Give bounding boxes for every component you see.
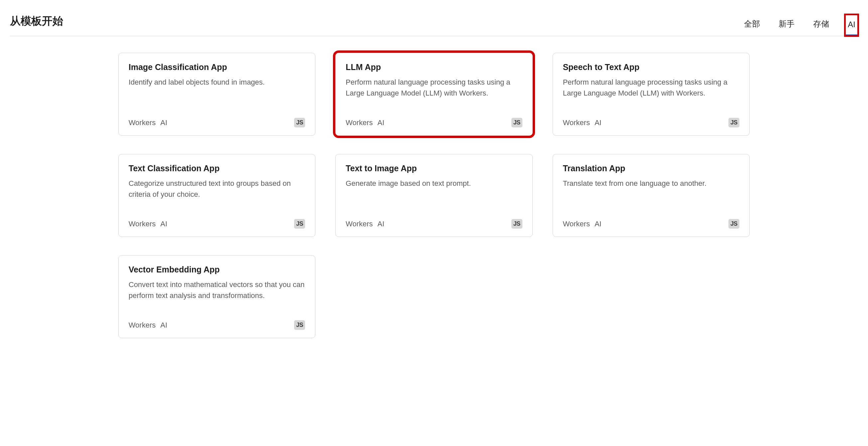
js-badge-icon: JS [512,118,522,128]
card-footer: Workers AI JS [129,320,305,330]
tab-storage[interactable]: 存储 [810,13,832,36]
tag-workers: Workers [129,321,156,330]
js-badge-icon: JS [294,219,305,229]
js-badge-icon: JS [728,219,739,229]
tag-ai: AI [377,220,384,228]
card-footer: Workers AI JS [129,219,305,229]
page-title: 从模板开始 [10,14,63,35]
page-header: 从模板开始 全部 新手 存储 AI [10,13,858,36]
card-tags: Workers AI [129,321,167,330]
tag-workers: Workers [346,118,373,127]
tag-ai: AI [160,321,167,330]
card-title: Vector Embedding App [129,265,305,274]
card-tags: Workers AI [346,220,384,228]
card-description: Perform natural language processing task… [346,77,522,111]
template-card-speech-to-text[interactable]: Speech to Text App Perform natural langu… [553,53,750,136]
card-description: Convert text into mathematical vectors s… [129,279,305,314]
template-card-text-classification[interactable]: Text Classification App Categorize unstr… [118,154,315,237]
card-footer: Workers AI JS [563,219,739,229]
card-title: Image Classification App [129,62,305,72]
card-title: Text to Image App [346,164,522,173]
card-title: Translation App [563,164,739,173]
tag-workers: Workers [346,220,373,228]
template-card-vector-embedding[interactable]: Vector Embedding App Convert text into m… [118,255,315,338]
tag-ai: AI [594,220,601,228]
tag-ai: AI [594,118,601,127]
template-card-text-to-image[interactable]: Text to Image App Generate image based o… [335,154,532,237]
template-card-image-classification[interactable]: Image Classification App Identify and la… [118,53,315,136]
card-title: Text Classification App [129,164,305,173]
tag-workers: Workers [563,118,590,127]
tabs-container: 全部 新手 存储 AI [741,13,858,36]
tag-ai: AI [377,118,384,127]
template-grid: Image Classification App Identify and la… [108,53,760,338]
card-tags: Workers AI [563,220,601,228]
card-description: Translate text from one language to anot… [563,178,739,212]
card-footer: Workers AI JS [129,118,305,128]
tab-ai[interactable]: AI [845,14,858,36]
js-badge-icon: JS [294,118,305,128]
card-footer: Workers AI JS [346,118,522,128]
card-footer: Workers AI JS [346,219,522,229]
tag-workers: Workers [129,220,156,228]
js-badge-icon: JS [512,219,522,229]
template-card-translation[interactable]: Translation App Translate text from one … [553,154,750,237]
card-description: Generate image based on text prompt. [346,178,522,212]
card-tags: Workers AI [129,220,167,228]
tag-workers: Workers [129,118,156,127]
card-tags: Workers AI [346,118,384,127]
tag-workers: Workers [563,220,590,228]
tag-ai: AI [160,220,167,228]
card-description: Perform natural language processing task… [563,77,739,111]
js-badge-icon: JS [728,118,739,128]
js-badge-icon: JS [294,320,305,330]
card-description: Categorize unstructured text into groups… [129,178,305,212]
tag-ai: AI [160,118,167,127]
tab-all[interactable]: 全部 [741,13,763,36]
card-tags: Workers AI [563,118,601,127]
template-card-llm[interactable]: LLM App Perform natural language process… [335,53,532,136]
card-footer: Workers AI JS [563,118,739,128]
card-description: Identify and label objects found in imag… [129,77,305,111]
card-title: Speech to Text App [563,62,739,72]
card-tags: Workers AI [129,118,167,127]
card-title: LLM App [346,62,522,72]
tab-beginner[interactable]: 新手 [776,13,797,36]
